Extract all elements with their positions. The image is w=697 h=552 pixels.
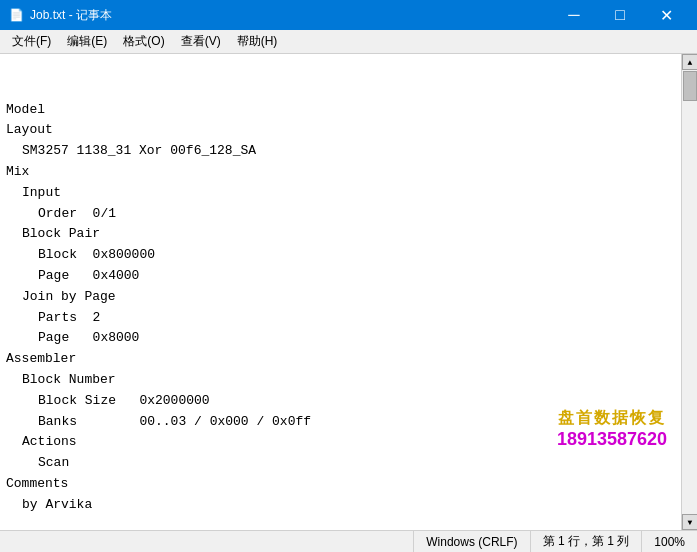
text-line: by Arvika xyxy=(6,495,675,516)
text-editor[interactable]: ModelLayoutSM3257 1138_31 Xor 00f6_128_S… xyxy=(0,54,681,530)
text-line: Order 0/1 xyxy=(6,204,675,225)
minimize-button[interactable]: ─ xyxy=(551,0,597,30)
text-line: Assembler xyxy=(6,349,675,370)
menu-edit[interactable]: 编辑(E) xyxy=(59,30,115,53)
scroll-up-button[interactable]: ▲ xyxy=(682,54,697,70)
vertical-scrollbar[interactable]: ▲ ▼ xyxy=(681,54,697,530)
menubar: 文件(F) 编辑(E) 格式(O) 查看(V) 帮助(H) xyxy=(0,30,697,54)
status-zoom: 100% xyxy=(641,531,697,552)
text-line: Model xyxy=(6,100,675,121)
menu-format[interactable]: 格式(O) xyxy=(115,30,172,53)
text-line: Block Size 0x2000000 xyxy=(6,391,675,412)
window-controls: ─ □ ✕ xyxy=(551,0,689,30)
app-icon: 📄 xyxy=(8,7,24,23)
titlebar: 📄 Job.txt - 记事本 ─ □ ✕ xyxy=(0,0,697,30)
scroll-down-button[interactable]: ▼ xyxy=(682,514,697,530)
text-line: Comments xyxy=(6,474,675,495)
scroll-thumb[interactable] xyxy=(683,71,697,101)
text-line: Block 0x800000 xyxy=(6,245,675,266)
text-line: Input xyxy=(6,183,675,204)
text-line: Scan xyxy=(6,453,675,474)
menu-view[interactable]: 查看(V) xyxy=(173,30,229,53)
statusbar: Windows (CRLF) 第 1 行，第 1 列 100% xyxy=(0,530,697,552)
menu-file[interactable]: 文件(F) xyxy=(4,30,59,53)
scroll-track[interactable] xyxy=(682,70,697,514)
text-line: Banks 00..03 / 0x000 / 0x0ff xyxy=(6,412,675,433)
text-line: Page 0x4000 xyxy=(6,266,675,287)
close-button[interactable]: ✕ xyxy=(643,0,689,30)
menu-help[interactable]: 帮助(H) xyxy=(229,30,286,53)
text-line: Parts 2 xyxy=(6,308,675,329)
content-area: ModelLayoutSM3257 1138_31 Xor 00f6_128_S… xyxy=(0,54,697,530)
text-line: Page 0x8000 xyxy=(6,328,675,349)
status-encoding: Windows (CRLF) xyxy=(413,531,529,552)
text-line: Actions xyxy=(6,432,675,453)
text-line: Mix xyxy=(6,162,675,183)
text-line: SM3257 1138_31 Xor 00f6_128_SA xyxy=(6,141,675,162)
text-line: Block Pair xyxy=(6,224,675,245)
text-line: Block Number xyxy=(6,370,675,391)
window-title: Job.txt - 记事本 xyxy=(30,7,551,24)
text-line: Layout xyxy=(6,120,675,141)
maximize-button[interactable]: □ xyxy=(597,0,643,30)
status-position: 第 1 行，第 1 列 xyxy=(530,531,642,552)
text-line: Join by Page xyxy=(6,287,675,308)
